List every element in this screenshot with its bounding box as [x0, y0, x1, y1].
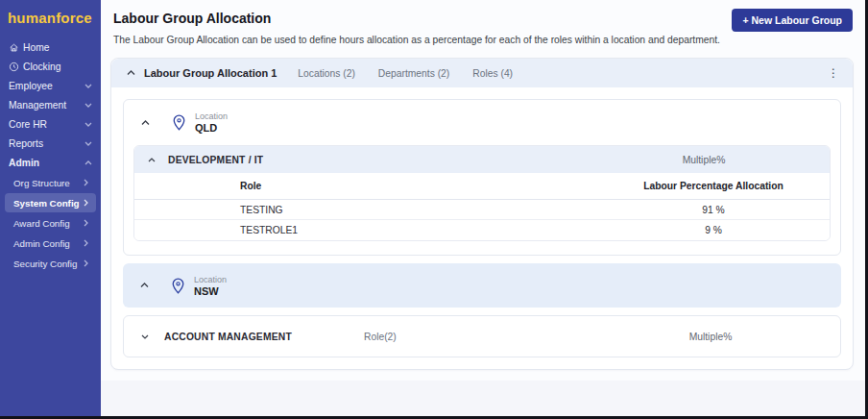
location-card-qld: Location QLD DEVELOPMENT / IT Multiple%: [123, 99, 841, 256]
table-row: TESTROLE1 9 %: [134, 220, 830, 240]
sidebar-item-label: Security Config: [13, 259, 77, 269]
sidebar-item-award-config[interactable]: Award Config: [5, 213, 96, 233]
sidebar-item-system-config[interactable]: System Config: [5, 193, 96, 212]
sidebar-item-label: Org Structure: [13, 178, 70, 188]
location-pin-icon: [171, 278, 185, 294]
chevron-right-icon: [84, 239, 88, 247]
chevron-down-icon: [84, 84, 92, 88]
sidebar-item-label: Home: [23, 42, 49, 53]
chevron-down-icon: [84, 141, 92, 146]
role-allocation: 91 %: [603, 205, 824, 215]
labour-group-body: Location QLD DEVELOPMENT / IT Multiple%: [111, 87, 853, 369]
meta-locations: Locations (2): [298, 68, 355, 79]
meta-roles: Roles (4): [472, 68, 513, 79]
role-name: TESTING: [134, 205, 603, 215]
sidebar-item-org-structure[interactable]: Org Structure: [5, 173, 96, 192]
sidebar-item-label: System Config: [13, 198, 80, 209]
new-labour-group-button[interactable]: + New Labour Group: [732, 9, 853, 32]
humanforce-logo: humanforce: [0, 8, 101, 37]
chevron-right-icon: [84, 199, 88, 207]
location-info: Location NSW: [194, 275, 227, 297]
sidebar-item-label: Employee: [9, 81, 53, 91]
department-name: DEVELOPMENT / IT: [168, 155, 263, 165]
department-name: ACCOUNT MANAGEMENT: [164, 332, 292, 342]
sidebar-item-label: Admin Config: [13, 238, 70, 249]
sidebar-item-label: Management: [9, 100, 66, 111]
sidebar-item-label: Clocking: [23, 62, 61, 72]
sidebar-item-management[interactable]: Management: [0, 95, 101, 114]
page-description: The Labour Group Allocation can be used …: [113, 35, 852, 45]
sidebar-item-employee[interactable]: Employee: [0, 76, 101, 95]
sidebar: humanforce Home Clocking Employee Manage…: [0, 0, 101, 416]
location-header-nsw[interactable]: Location NSW: [123, 263, 841, 308]
kebab-menu-icon[interactable]: ⋮: [826, 66, 841, 80]
labour-group-accordion-header[interactable]: Labour Group Allocation 1 Locations (2) …: [111, 59, 853, 87]
chevron-up-icon[interactable]: [144, 152, 159, 167]
column-header-role: Role: [134, 181, 603, 191]
department-allocation: Multiple%: [593, 155, 814, 165]
chevron-down-icon: [84, 103, 92, 108]
role-name: TESTROLE1: [134, 225, 603, 235]
labour-group-meta: Locations (2) Departments (2) Roles (4): [298, 68, 513, 79]
sidebar-item-reports[interactable]: Reports: [0, 134, 101, 153]
location-header-qld[interactable]: Location QLD: [124, 100, 840, 145]
location-pin-icon: [172, 114, 186, 131]
sidebar-item-admin-config[interactable]: Admin Config: [5, 234, 96, 253]
column-header-allocation: Labour Percentage Allocation: [603, 181, 824, 191]
chevron-up-icon: [84, 160, 92, 165]
app-window: humanforce Home Clocking Employee Manage…: [0, 0, 868, 419]
sidebar-item-clocking[interactable]: Clocking: [0, 57, 101, 76]
sidebar-item-label: Award Config: [13, 218, 70, 229]
department-header-account-management[interactable]: ACCOUNT MANAGEMENT Role(2) Multiple%: [123, 315, 841, 357]
chevron-right-icon: [84, 259, 88, 267]
location-info: Location QLD: [195, 111, 228, 134]
meta-departments: Departments (2): [378, 68, 449, 79]
admin-submenu: Org Structure System Config Award Config…: [0, 173, 101, 274]
labour-group-title: Labour Group Allocation 1: [144, 67, 277, 79]
location-label: Location: [194, 275, 227, 284]
home-icon: [9, 42, 23, 53]
table-row: TESTING 91 %: [134, 200, 830, 220]
sidebar-item-core-hr[interactable]: Core HR: [0, 114, 101, 134]
location-name: QLD: [195, 122, 228, 134]
sidebar-item-label: Reports: [9, 138, 43, 149]
sidebar-item-label: Core HR: [9, 119, 47, 130]
department-header-development-it[interactable]: DEVELOPMENT / IT Multiple%: [134, 146, 830, 173]
main-content: Labour Group Allocation The Labour Group…: [101, 0, 865, 416]
sidebar-item-admin[interactable]: Admin: [0, 153, 101, 172]
department-role-count: Role(2): [364, 332, 600, 342]
location-name: NSW: [194, 285, 227, 297]
clock-icon: [9, 62, 23, 72]
chevron-up-icon[interactable]: [137, 115, 153, 131]
location-label: Location: [195, 111, 228, 121]
chevron-right-icon: [84, 179, 88, 186]
sidebar-item-home[interactable]: Home: [0, 37, 101, 57]
sidebar-item-security-config[interactable]: Security Config: [5, 254, 96, 273]
chevron-up-icon[interactable]: [123, 65, 138, 81]
chevron-up-icon[interactable]: [136, 278, 152, 293]
labour-group-card: Labour Group Allocation 1 Locations (2) …: [110, 58, 854, 370]
role-allocation: 9 %: [603, 225, 824, 235]
department-left-group: ACCOUNT MANAGEMENT: [137, 329, 364, 344]
content-background: [101, 381, 865, 416]
chevron-down-icon[interactable]: [137, 329, 153, 344]
chevron-right-icon: [84, 219, 88, 227]
department-section-development-it: DEVELOPMENT / IT Multiple% Role Labour P…: [133, 145, 831, 241]
sidebar-item-label: Admin: [9, 158, 39, 168]
roles-table-header: Role Labour Percentage Allocation: [134, 173, 830, 200]
chevron-down-icon: [84, 122, 92, 127]
department-allocation: Multiple%: [600, 332, 821, 342]
